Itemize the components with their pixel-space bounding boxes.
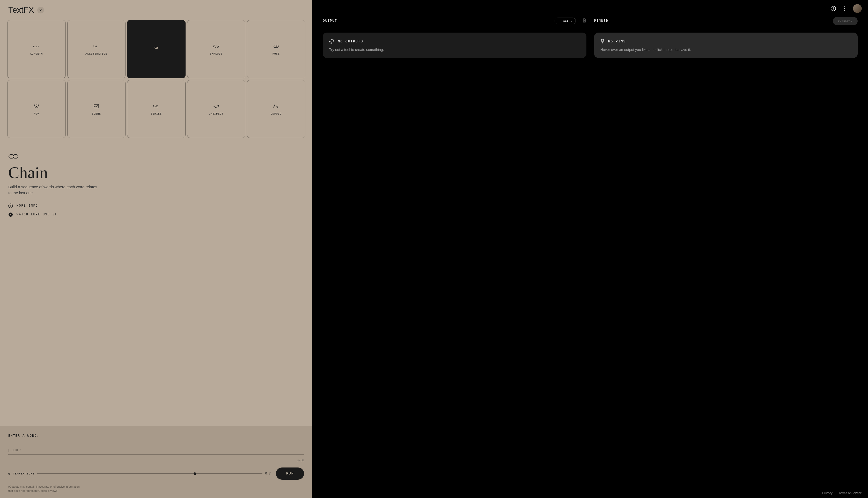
topbar: ? <box>312 0 868 17</box>
more-info-button[interactable]: i MORE INFO <box>8 204 304 208</box>
user-avatar[interactable] <box>853 4 862 13</box>
output-header-actions: All <box>554 17 586 24</box>
svg-text:i: i <box>10 204 11 207</box>
app-dropdown[interactable] <box>37 7 44 13</box>
divider <box>579 18 579 24</box>
disclaimer: (Outputs may contain inaccurate or offen… <box>8 485 81 493</box>
list-icon <box>558 19 561 22</box>
tool-unexpect[interactable]: UNEXPECT <box>187 80 246 138</box>
pov-icon <box>33 103 40 110</box>
output-panel: OUTPUT All + NO OUTPUTS Try out a tool t <box>323 17 586 478</box>
svg-point-16 <box>844 10 845 11</box>
watch-button[interactable]: WATCH LUPE USE IT <box>8 212 304 217</box>
output-header: OUTPUT All <box>323 17 586 25</box>
temperature-slider[interactable] <box>37 473 263 474</box>
svg-text:?: ? <box>832 7 834 10</box>
delete-button[interactable] <box>582 18 586 24</box>
run-button[interactable]: RUN <box>276 468 304 480</box>
pinned-header: PINNED DOWNLOAD <box>594 17 858 25</box>
pinned-empty-desc: Hover over an output you like and click … <box>600 48 852 52</box>
output-empty-desc: Try out a tool to create something. <box>329 48 580 52</box>
svg-text:A.A..: A.A.. <box>93 45 98 48</box>
temperature-control: ? TEMPERATURE 0.7 <box>8 472 271 475</box>
pinned-empty-card: NO PINS Hover over an output you like an… <box>594 32 858 58</box>
menu-button[interactable] <box>842 5 848 12</box>
chain-icon <box>153 44 160 51</box>
unfold-icon <box>272 103 280 110</box>
tool-fuse[interactable]: FUSE <box>247 20 305 78</box>
unexpect-icon <box>213 103 220 110</box>
pinned-panel: PINNED DOWNLOAD NO PINS Hover over an ou… <box>594 17 858 478</box>
tool-description: Build a sequence of words where each wor… <box>8 184 101 196</box>
sparkle-icon: + <box>329 39 334 44</box>
pinned-title: PINNED <box>594 19 609 23</box>
privacy-link[interactable]: Privacy <box>822 491 832 495</box>
acronym-icon: R.A.P. <box>33 43 40 50</box>
help-button[interactable]: ? <box>830 5 837 12</box>
svg-point-14 <box>844 6 845 7</box>
tool-title: Chain <box>8 165 304 181</box>
alliteration-icon: A.A.. <box>93 43 100 50</box>
fuse-icon <box>272 43 280 50</box>
tool-simile[interactable]: A=B SIMILE <box>127 80 186 138</box>
svg-text:R.A.P.: R.A.P. <box>33 45 39 48</box>
chevron-down-icon <box>570 21 573 22</box>
header: TextFX <box>0 0 312 20</box>
chevron-down-icon <box>39 9 42 11</box>
simile-icon: A=B <box>153 103 160 110</box>
slider-thumb[interactable] <box>194 472 196 475</box>
play-icon <box>8 212 13 217</box>
svg-text:A=B: A=B <box>153 105 158 108</box>
pin-icon <box>600 39 604 44</box>
word-input[interactable] <box>8 446 304 455</box>
download-button[interactable]: DOWNLOAD <box>833 17 858 25</box>
scene-icon <box>93 103 100 110</box>
tool-scene[interactable]: SCENE <box>67 80 126 138</box>
tool-explode[interactable]: EXPLODE <box>187 20 246 78</box>
tool-chain[interactable] <box>127 20 186 78</box>
empty-title-row: + NO OUTPUTS <box>329 39 580 44</box>
svg-point-15 <box>844 8 845 9</box>
explode-icon <box>213 43 220 50</box>
controls-row: ? TEMPERATURE 0.7 RUN <box>8 468 304 480</box>
sidebar: TextFX R.A.P. ACRONYM A.A.. ALLITERATION… <box>0 0 312 498</box>
temperature-value: 0.7 <box>265 472 271 475</box>
tool-pov[interactable]: POV <box>7 80 66 138</box>
svg-text:+: + <box>333 39 334 41</box>
char-counter: 0/30 <box>8 459 304 462</box>
tools-grid: R.A.P. ACRONYM A.A.. ALLITERATION EXPLOD… <box>0 20 312 138</box>
info-icon: i <box>8 204 13 208</box>
tool-alliteration[interactable]: A.A.. ALLITERATION <box>67 20 126 78</box>
svg-point-4 <box>36 106 37 107</box>
empty-title-row: NO PINS <box>600 39 852 44</box>
output-title: OUTPUT <box>323 19 337 23</box>
output-empty-card: + NO OUTPUTS Try out a tool to create so… <box>323 32 586 58</box>
input-section: ENTER A WORD: 0/30 ? TEMPERATURE 0.7 RUN… <box>0 427 312 498</box>
tool-unfold[interactable]: UNFOLD <box>247 80 305 138</box>
filter-dropdown[interactable]: All <box>554 17 576 24</box>
chain-icon-large <box>8 154 18 159</box>
terms-link[interactable]: Terms of Service <box>839 491 862 495</box>
main-panel: ? OUTPUT All + NO OU <box>312 0 868 498</box>
app-logo: TextFX <box>8 5 34 15</box>
help-icon[interactable]: ? <box>8 473 10 475</box>
input-label: ENTER A WORD: <box>8 434 304 438</box>
panels: OUTPUT All + NO OUTPUTS Try out a tool t <box>312 17 868 488</box>
footer: Privacy Terms of Service <box>312 488 868 498</box>
tool-acronym[interactable]: R.A.P. ACRONYM <box>7 20 66 78</box>
tool-detail: Chain Build a sequence of words where ea… <box>0 138 312 427</box>
